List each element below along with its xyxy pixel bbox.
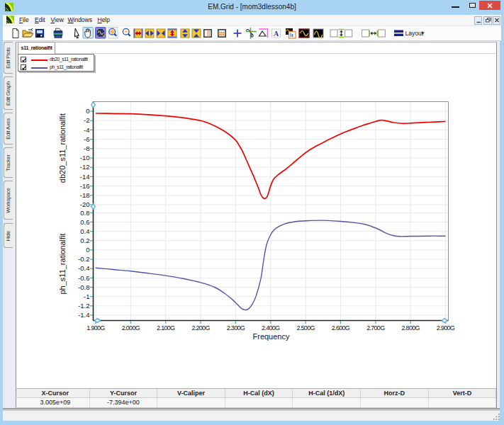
svg-text:-0.4: -0.4 [78, 264, 89, 272]
svg-text:2.500G: 2.500G [296, 324, 315, 332]
svg-text:0.4: 0.4 [80, 227, 89, 235]
svg-text:2.100G: 2.100G [157, 324, 175, 332]
svg-text:-12: -12 [80, 163, 90, 171]
svg-text:2.300G: 2.300G [227, 324, 245, 332]
svg-text:-18: -18 [80, 191, 90, 199]
svg-text:-1.2: -1.2 [78, 302, 89, 310]
svg-text:-0.8: -0.8 [78, 283, 89, 291]
svg-text:0.8: 0.8 [80, 209, 89, 217]
svg-text:-1: -1 [84, 293, 89, 300]
svg-text:-8: -8 [84, 144, 89, 152]
svg-text:0.2: 0.2 [80, 237, 89, 244]
svg-text:-0.2: -0.2 [78, 255, 89, 263]
svg-text:-4: -4 [84, 126, 89, 134]
svg-text:2.800G: 2.800G [401, 324, 420, 332]
svg-text:0.6: 0.6 [80, 218, 89, 226]
svg-text:-10: -10 [80, 154, 90, 162]
svg-text:2.600G: 2.600G [332, 324, 350, 332]
svg-text:-2: -2 [84, 116, 89, 124]
svg-text:2.900G: 2.900G [437, 324, 455, 332]
svg-text:0: 0 [86, 246, 89, 254]
svg-text:-6: -6 [84, 135, 89, 143]
svg-text:1.900G: 1.900G [86, 324, 105, 332]
svg-text:-16: -16 [80, 182, 90, 190]
svg-text:ph_s11_rationalfit: ph_s11_rationalfit [58, 233, 67, 294]
svg-text:2.700G: 2.700G [366, 324, 385, 332]
svg-text:Frequency: Frequency [253, 332, 290, 341]
svg-text:db20_s11_rationalfit: db20_s11_rationalfit [58, 113, 67, 183]
svg-text:-1.4: -1.4 [78, 311, 89, 319]
svg-text:-14: -14 [80, 173, 90, 181]
svg-text:-0.6: -0.6 [78, 274, 89, 282]
svg-text:0: 0 [86, 107, 89, 115]
svg-text:-20: -20 [80, 200, 90, 208]
svg-text:2.200G: 2.200G [191, 324, 210, 332]
svg-text:2.000G: 2.000G [122, 324, 140, 332]
svg-text:2.400G: 2.400G [262, 324, 280, 332]
